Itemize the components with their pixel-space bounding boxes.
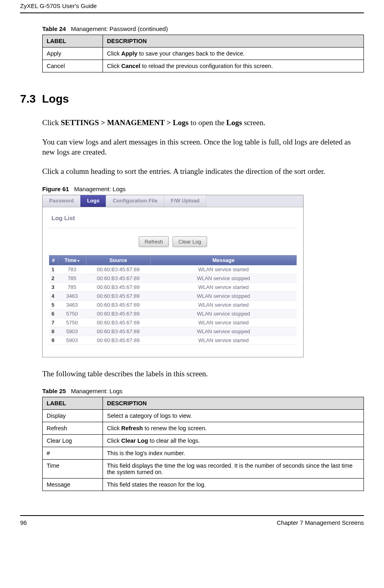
desc-cell: Click Cancel to reload the previous conf…	[103, 60, 364, 72]
log-cell: 5750	[58, 318, 86, 327]
p1-pre: Click	[42, 118, 61, 127]
desc-cell: This is the log's index number.	[103, 447, 364, 460]
p1-bold: SETTINGS > MANAGEMENT > Logs	[61, 118, 189, 127]
p1-mid: to open the	[189, 118, 226, 127]
label-cell: Refresh	[43, 422, 103, 435]
table-row: DisplaySelect a category of logs to view…	[43, 410, 364, 422]
log-cell: WLAN service started	[150, 265, 297, 274]
refresh-button[interactable]: Refresh	[139, 236, 169, 247]
log-cell: 00:60:B3:45:67:89	[86, 318, 150, 327]
log-row: 178300:60:B3:45:67:89WLAN service starte…	[49, 265, 297, 274]
log-cell: 00:60:B3:45:67:89	[86, 336, 150, 345]
table24-caption: Table 24 Management: Password (continued…	[42, 25, 364, 32]
panel-title: Log List	[49, 211, 297, 228]
figure61-caption-text: Management: Logs	[74, 186, 125, 192]
table25-col-label: LABEL	[43, 397, 103, 410]
desc-cell: Select a category of logs to view.	[103, 410, 364, 422]
log-cell: WLAN service started	[150, 336, 297, 345]
table24: LABEL DESCRIPTION ApplyClick Apply to sa…	[42, 35, 364, 72]
tab-password[interactable]: Password	[43, 195, 80, 207]
table-row: RefreshClick Refresh to renew the log sc…	[43, 422, 364, 435]
label-cell: Display	[43, 410, 103, 422]
log-cell: WLAN service stopped	[150, 309, 297, 318]
label-cell: Clear Log	[43, 435, 103, 447]
label-cell: Apply	[43, 47, 103, 60]
log-cell: 00:60:B3:45:67:89	[86, 309, 150, 318]
log-cell: 7	[49, 318, 58, 327]
table25: LABEL DESCRIPTION DisplaySelect a catego…	[42, 397, 364, 491]
log-row: 278500:60:B3:45:67:89WLAN service stoppe…	[49, 274, 297, 283]
log-cell: WLAN service started	[150, 283, 297, 291]
table-row: TimeThis field displays the time the log…	[43, 460, 364, 479]
log-row: 378500:60:B3:45:67:89WLAN service starte…	[49, 283, 297, 291]
col-time[interactable]: Time▾	[58, 255, 86, 265]
label-cell: Message	[43, 479, 103, 491]
desc-cell: This field displays the time the log was…	[103, 460, 364, 479]
log-cell: WLAN service started	[150, 300, 297, 309]
log-cell: 00:60:B3:45:67:89	[86, 265, 150, 274]
button-row: Refresh Clear Log	[49, 236, 297, 247]
tab-fw-upload[interactable]: F/W Upload	[164, 195, 207, 207]
desc-cell: This field states the reason for the log…	[103, 479, 364, 491]
section-p1: Click SETTINGS > MANAGEMENT > Logs to op…	[42, 118, 364, 128]
log-row: 6575000:60:B3:45:67:89WLAN service stopp…	[49, 309, 297, 318]
p1-bold2: Logs	[226, 118, 242, 127]
log-cell: 00:60:B3:45:67:89	[86, 291, 150, 300]
log-cell: 2	[49, 274, 58, 283]
log-cell: 3	[49, 283, 58, 291]
log-cell: 1	[49, 265, 58, 274]
log-cell: WLAN service started	[150, 318, 297, 327]
guide-title: ZyXEL G-570S User's Guide	[20, 2, 97, 9]
page-footer: 96 Chapter 7 Management Screens	[20, 515, 364, 526]
log-cell: WLAN service stopped	[150, 327, 297, 336]
section-number: 7.3	[20, 93, 36, 105]
desc-cell: Click Refresh to renew the log screen.	[103, 422, 364, 435]
post-figure-text: The following table describes the labels…	[42, 369, 364, 379]
section-p3: Click a column heading to sort the entri…	[42, 166, 364, 177]
clear-log-button[interactable]: Clear Log	[172, 236, 207, 247]
table25-col-desc: DESCRIPTION	[103, 397, 364, 410]
log-row: 4346300:60:B3:45:67:89WLAN service stopp…	[49, 291, 297, 300]
table24-col-label: LABEL	[43, 35, 103, 47]
desc-cell: Click Apply to save your changes back to…	[103, 47, 364, 60]
table-row: ApplyClick Apply to save your changes ba…	[43, 47, 364, 60]
log-row: 8590300:60:B3:45:67:89WLAN service stopp…	[49, 327, 297, 336]
table-row: CancelClick Cancel to reload the previou…	[43, 60, 364, 72]
table24-col-desc: DESCRIPTION	[103, 35, 364, 47]
log-row: 7575000:60:B3:45:67:89WLAN service start…	[49, 318, 297, 327]
section-heading: 7.3 Logs	[20, 93, 364, 105]
table-row: Clear LogClick Clear Log to clear all th…	[43, 435, 364, 447]
col-time-label: Time	[64, 257, 76, 263]
log-cell: WLAN service stopped	[150, 274, 297, 283]
log-cell: 00:60:B3:45:67:89	[86, 274, 150, 283]
tab-logs[interactable]: Logs	[80, 195, 106, 207]
section-p2: You can view logs and alert messages in …	[42, 137, 364, 157]
col-num[interactable]: #	[49, 255, 58, 265]
log-cell: 5903	[58, 336, 86, 345]
logs-screenshot: Password Logs Configuration File F/W Upl…	[42, 195, 304, 357]
table24-caption-label: Table 24	[42, 25, 66, 32]
page-header: ZyXEL G-570S User's Guide	[20, 0, 364, 13]
figure61-caption-label: Figure 61	[42, 186, 69, 192]
log-cell: 00:60:B3:45:67:89	[86, 300, 150, 309]
figure61-caption: Figure 61 Management: Logs	[42, 186, 364, 192]
table25-caption: Table 25 Management: Logs	[42, 388, 364, 394]
table25-caption-text: Management: Logs	[71, 388, 122, 394]
label-cell: Cancel	[43, 60, 103, 72]
table24-caption-text: Management: Password (continued)	[71, 25, 168, 32]
label-cell: #	[43, 447, 103, 460]
table25-caption-label: Table 25	[42, 388, 66, 394]
col-message[interactable]: Message	[150, 255, 297, 265]
log-cell: 783	[58, 265, 86, 274]
log-row: 9590300:60:B3:45:67:89WLAN service start…	[49, 336, 297, 345]
tab-configuration-file[interactable]: Configuration File	[106, 195, 164, 207]
log-table: # Time▾ Source Message 178300:60:B3:45:6…	[49, 255, 297, 345]
log-cell: 3463	[58, 291, 86, 300]
log-cell: 3463	[58, 300, 86, 309]
log-cell: 785	[58, 283, 86, 291]
tab-bar: Password Logs Configuration File F/W Upl…	[43, 195, 303, 207]
table-row: #This is the log's index number.	[43, 447, 364, 460]
log-cell: 9	[49, 336, 58, 345]
page-number: 96	[20, 519, 27, 526]
col-source[interactable]: Source	[86, 255, 150, 265]
